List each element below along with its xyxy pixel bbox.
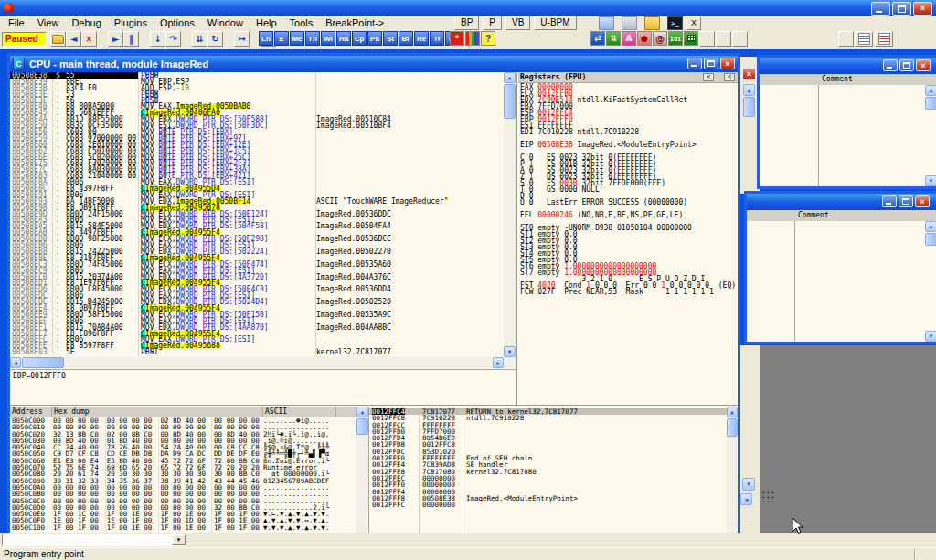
scrollbar-thumb[interactable] [504,84,516,119]
spiral-icon[interactable]: @ [653,31,667,46]
scroll-up-icon[interactable]: ▲ [727,407,738,417]
registers-line[interactable]: EFL 00000246 (NO,NB,E,BE,NS,PE,GE,LE) [520,212,738,218]
copy-doc-icon[interactable] [599,16,614,30]
toolbar-view-button-ha[interactable]: Ha [336,31,351,46]
scroll-up-icon[interactable]: ▲ [925,85,936,96]
toolbar-view-button-th[interactable]: Th [305,31,320,46]
swap-icon[interactable]: ⇄ [590,31,605,46]
scroll-up-icon[interactable]: ▲ [925,221,936,232]
stack-row[interactable]: 0012FFFC00000000 [369,502,727,508]
menu-plugin-button-vb[interactable]: VB [505,16,530,30]
menu-item-view[interactable]: View [31,17,66,28]
scroll-up-icon[interactable]: ▲ [504,72,516,83]
registers-line[interactable]: EDI 7C910228 ntdll.7C910228 [520,129,738,135]
back-icon[interactable]: ◄ [66,31,81,47]
scrollbar-thumb[interactable] [925,233,936,246]
scroll-left-icon[interactable]: ◄ [10,357,21,368]
console-icon[interactable]: >_ [667,16,683,30]
scroll-up-icon[interactable]: ▲ [743,84,755,96]
menubar-close-button[interactable]: X [686,16,701,30]
scroll-down-icon[interactable]: ▼ [925,175,936,186]
scroll-down-icon[interactable]: ▼ [504,346,516,357]
toolbar-view-button-st[interactable]: St [383,31,398,46]
disasm-row[interactable]: 00508EF7.E8 F896F8FFCALL ImageRed.004955… [10,331,504,337]
scrollbar-thumb[interactable] [925,97,936,110]
registers-line[interactable]: T 0 GS 0000 NULL [520,186,738,193]
menu-item-options[interactable]: Options [154,17,201,28]
scroll-left-icon[interactable]: ◄ [740,493,752,505]
toolbar-view-button-e[interactable]: E [274,31,289,46]
record-icon[interactable]: ● [637,31,652,46]
disasm-row[interactable]: 00508E38$55PUSH EBP [10,72,504,79]
animate-over-icon[interactable]: ↻ [207,31,223,47]
disasm-row[interactable]: 00508ED6.8B0D C8F45000MOV ECX,DWORD PTR … [10,286,504,292]
app-restore-button[interactable] [892,2,911,16]
toolbar-view-button-tr[interactable]: Tr [430,31,444,46]
toolbar-view-button-pa[interactable]: Pa [367,31,382,46]
scroll-down-icon[interactable]: ▼ [925,331,936,342]
list-icon[interactable] [855,31,873,47]
cpu-close-button[interactable]: × [720,58,735,69]
menu-item-help[interactable]: Help [250,17,283,28]
fragment-close-button[interactable]: × [742,68,756,80]
side-window-middle-body[interactable]: ▲ ▼ [747,221,936,342]
help-icon[interactable]: ? [481,31,495,46]
updown-icon[interactable]: ⇅ [606,31,621,46]
app-minimize-button[interactable] [871,2,890,16]
step-over-icon[interactable]: ↷ [165,31,181,47]
side-window-middle-titlebar[interactable]: × [747,194,936,210]
menu-item-debug[interactable]: Debug [65,17,107,28]
close-button[interactable]: × [916,59,931,71]
menu-plugin-button-p[interactable]: P [483,16,502,30]
side-window-top-titlebar[interactable]: × [760,58,936,74]
registers-prev-icon[interactable]: < [703,73,714,81]
disasm-row[interactable]: 00508EC3.8B0D 74F45000MOV ECX,DWORD PTR … [10,261,504,268]
resize-grip[interactable] [760,490,775,502]
scrollbar-thumb[interactable] [727,418,738,437]
dump-row[interactable]: 0050C1001F 00 1F 00 1F 00 1E 00 1F 00 1E… [10,524,356,531]
options-icon[interactable]: * [450,31,464,46]
menu-item-plugins[interactable]: Plugins [108,17,154,28]
registers-line[interactable]: O 0 LastErr ERROR_SUCCESS (00000000) [520,199,738,206]
menu-plugin-button-bp[interactable]: BP [454,16,479,30]
cpu-minimize-button[interactable] [687,58,702,69]
window-icon[interactable] [684,31,698,46]
registers-next-icon[interactable]: < [724,73,735,81]
open-icon[interactable] [50,31,66,47]
animate-into-icon[interactable]: ⇊ [192,31,207,47]
minimize-button[interactable] [882,195,897,207]
appearance-icon[interactable] [465,31,480,46]
ascii-icon[interactable]: A [622,31,636,46]
toolbar-view-button-re[interactable]: Re [414,31,429,46]
toolbar-view-button-br[interactable]: Br [399,31,413,46]
disasm-row[interactable]: 00508E83.C683 21040000 00MOV BYTE PTR DS… [10,173,504,179]
execute-till-return-icon[interactable]: ↦ [234,31,250,47]
log-icon[interactable] [622,16,637,30]
minimize-button[interactable] [883,59,898,71]
disasm-row[interactable]: 00508F03.5EPOP ESIkernel32.7C817077 [10,349,504,355]
app-titlebar[interactable]: × [0,0,936,16]
toolbar-view-button-cp[interactable]: Cp [352,31,367,46]
toolbar-view-button-ln[interactable]: Ln [259,31,273,46]
scroll-up-icon[interactable]: ▲ [356,407,368,417]
menu-item-tools[interactable]: Tools [283,17,320,28]
chevron-down-icon[interactable]: ▼ [172,534,186,545]
pause-icon[interactable]: ‖ [123,31,139,47]
command-input[interactable]: ▼ [2,534,186,546]
registers-line[interactable]: FCW 027F Prec NEAR,53 Mask 1 1 1 1 1 1 [520,289,738,295]
toolbar-view-button-me[interactable]: Me [290,31,304,46]
disasm-row[interactable]: 00508EFE.E8 8597F8FFCALL ImageRed.004956… [10,343,504,349]
menu-item-window[interactable]: Window [201,17,250,28]
side-window-top-body[interactable]: ▲ ▼ [760,85,936,186]
scroll-down-icon[interactable]: ▼ [742,478,755,491]
cpu-titlebar[interactable]: C CPU - main thread, module ImageRed × [10,56,738,72]
scroll-right-icon[interactable]: ► [493,357,504,368]
maximize-button[interactable] [899,59,914,71]
registers-line[interactable]: EIP 00508E38 ImageRed.<ModuleEntryPoint> [520,142,738,148]
folder-icon[interactable] [644,16,660,30]
app-close-button[interactable]: × [913,2,932,16]
scrollbar-thumb[interactable] [356,418,368,435]
disasm-row[interactable]: 00508EE9.8B0D 58F15000MOV ECX,DWORD PTR … [10,312,504,318]
binary-icon[interactable]: 101 [668,31,683,46]
scrollbar-thumb[interactable] [22,357,64,368]
